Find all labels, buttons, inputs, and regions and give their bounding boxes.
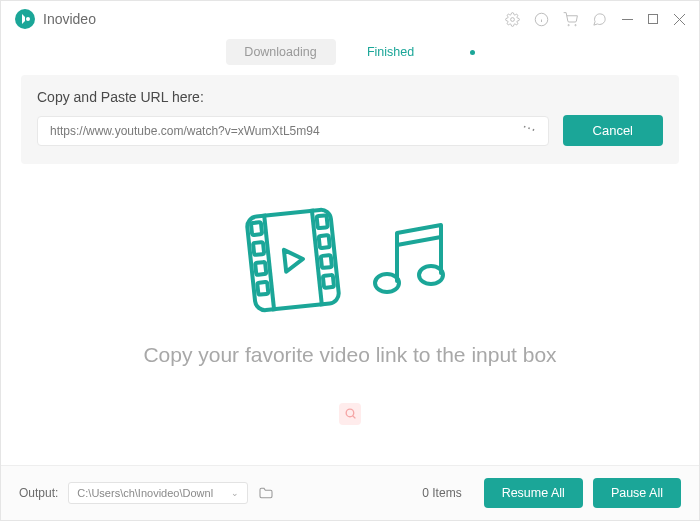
svg-rect-8: [649, 15, 658, 24]
music-note-icon: [367, 215, 457, 305]
url-value: https://www.youtube.com/watch?v=xWumXtL5…: [50, 124, 320, 138]
info-icon[interactable]: [534, 12, 549, 27]
svg-rect-15: [253, 242, 264, 255]
svg-point-6: [575, 24, 576, 25]
film-icon: [243, 205, 343, 315]
output-path-field[interactable]: C:\Users\ch\Inovideo\Downl ⌄: [68, 482, 248, 504]
open-folder-icon[interactable]: [258, 485, 274, 501]
minimize-icon[interactable]: [621, 13, 633, 25]
output-label: Output:: [19, 486, 58, 500]
main-content: Copy your favorite video link to the inp…: [1, 164, 699, 465]
empty-illustration: [243, 205, 457, 315]
svg-point-22: [375, 274, 399, 292]
pause-all-button[interactable]: Pause All: [593, 478, 681, 508]
footer: Output: C:\Users\ch\Inovideo\Downl ⌄ 0 I…: [1, 465, 699, 520]
settings-gear-icon[interactable]: [505, 12, 520, 27]
svg-point-0: [26, 17, 30, 21]
title-right: [505, 12, 685, 27]
svg-line-26: [352, 416, 355, 419]
tab-indicator-dot: [470, 50, 475, 55]
feedback-icon[interactable]: [592, 12, 607, 27]
app-window: Inovideo D: [0, 0, 700, 521]
svg-point-23: [419, 266, 443, 284]
tab-bar: Downloading Finished: [1, 33, 699, 75]
tab-finished[interactable]: Finished: [336, 39, 446, 65]
titlebar: Inovideo: [1, 1, 699, 33]
svg-point-5: [568, 24, 569, 25]
app-title: Inovideo: [43, 11, 96, 27]
close-icon[interactable]: [673, 13, 685, 25]
chevron-down-icon: ⌄: [231, 488, 239, 498]
url-row: https://www.youtube.com/watch?v=xWumXtL5…: [37, 115, 663, 146]
svg-rect-17: [257, 281, 268, 294]
items-count: 0 Items: [422, 486, 461, 500]
svg-rect-16: [255, 261, 266, 274]
svg-point-1: [511, 17, 515, 21]
cancel-button[interactable]: Cancel: [563, 115, 663, 146]
svg-rect-19: [319, 235, 330, 248]
svg-rect-14: [251, 222, 262, 235]
empty-message: Copy your favorite video link to the inp…: [143, 343, 556, 367]
output-path-text: C:\Users\ch\Inovideo\Downl: [77, 487, 213, 499]
svg-point-25: [346, 409, 354, 417]
svg-line-24: [397, 237, 441, 245]
search-watermark-icon: [339, 403, 361, 425]
maximize-icon[interactable]: [647, 13, 659, 25]
app-logo-icon: [15, 9, 35, 29]
cart-icon[interactable]: [563, 12, 578, 27]
url-panel: Copy and Paste URL here: https://www.you…: [21, 75, 679, 164]
loading-spinner-icon: [522, 124, 536, 138]
tab-downloading[interactable]: Downloading: [226, 39, 336, 65]
url-label: Copy and Paste URL here:: [37, 89, 663, 105]
svg-rect-21: [323, 274, 334, 287]
svg-rect-18: [317, 215, 328, 228]
resume-all-button[interactable]: Resume All: [484, 478, 583, 508]
svg-rect-20: [321, 255, 332, 268]
title-left: Inovideo: [15, 9, 96, 29]
url-input[interactable]: https://www.youtube.com/watch?v=xWumXtL5…: [37, 116, 549, 146]
